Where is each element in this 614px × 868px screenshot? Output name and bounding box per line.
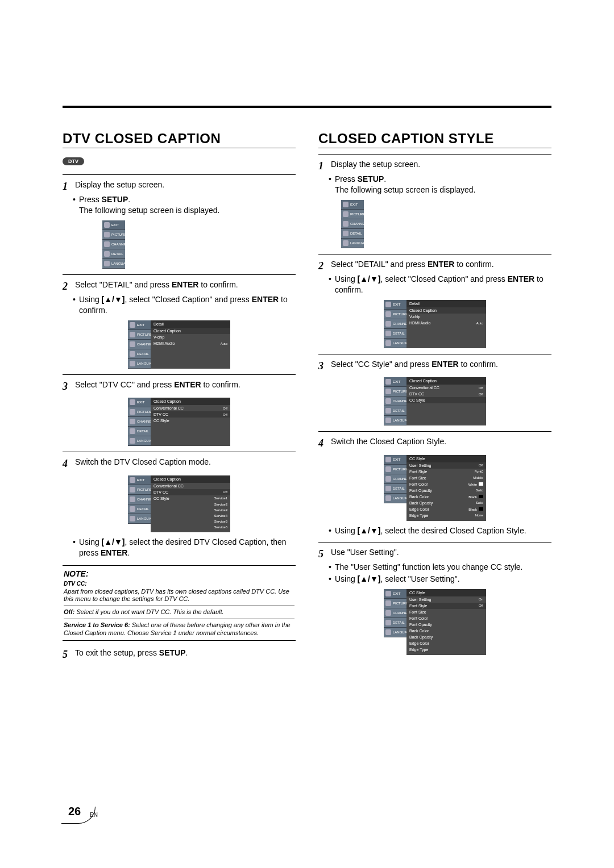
divider — [318, 354, 551, 354]
step2-text-b: to confirm. — [198, 280, 238, 289]
osd-row: DTV CCOff — [151, 411, 230, 418]
step2-text: Select "DETAIL" and press — [75, 280, 172, 289]
step3-text-b: to confirm. — [201, 380, 240, 389]
language-code: EN — [90, 812, 98, 818]
press-label: Press — [79, 195, 102, 204]
osd-channel: CHANNEL — [102, 240, 125, 249]
step-2: 2 Select "DETAIL" and press ENTER to con… — [63, 279, 296, 293]
osd-row: V-chip — [406, 314, 486, 320]
osd-detail-panel: EXIT PICTURE CHANNEL DETAIL LANGUAGE Det… — [384, 300, 486, 348]
osd-row: DTV CCOff — [406, 391, 486, 397]
divider — [63, 274, 296, 275]
osd-row: Font Color — [406, 615, 486, 621]
osd-row: Edge Type — [406, 646, 486, 653]
osd-language: LANGUAGE — [102, 259, 125, 269]
step-number: 5 — [63, 648, 72, 661]
step2-bullet: Using [▲/▼], select "Closed Caption" and… — [73, 294, 296, 316]
osd-row: Edge Color — [406, 640, 486, 646]
osd-row: CC StyleService1 — [151, 495, 230, 502]
step-1: 1 Display the setup screen. — [318, 159, 551, 173]
osd-sidebar-only: EXIT PICTURE CHANNEL DETAIL LANGUAGE — [341, 200, 367, 248]
white-swatch — [479, 482, 483, 486]
r-step4-bullet: Using [▲/▼], select the desired Closed C… — [329, 525, 551, 536]
divider — [318, 431, 551, 432]
black-swatch — [479, 495, 483, 498]
step4-bullet: Using [▲/▼], select the desired DTV Clos… — [73, 537, 296, 558]
osd-row: Edge TypeNone — [406, 512, 486, 519]
step-3: 3 Select "DTV CC" and press ENTER to con… — [63, 379, 296, 393]
picture-icon — [104, 232, 110, 237]
osd-header: Closed Caption — [151, 398, 230, 405]
step-5: 5 To exit the setup, press SETUP. — [63, 648, 296, 661]
osd-usersetting-panel: EXIT PICTURE CHANNEL DETAIL LANGUAGE CC … — [384, 589, 486, 655]
setup-key: SETUP — [102, 195, 128, 204]
divider — [318, 254, 551, 254]
step-number: 4 — [63, 457, 72, 470]
osd-row: Back ColorBlack — [406, 494, 486, 500]
osd-row: Closed Caption — [406, 307, 486, 314]
note-box: NOTE: DTV CC: Apart from closed captions… — [63, 565, 296, 641]
step-number: 3 — [318, 359, 327, 373]
enter-key: ENTER — [172, 280, 198, 289]
step-number: 2 — [63, 279, 72, 293]
section-title-cc-style: CLOSED CAPTION STYLE — [318, 131, 551, 148]
step-number: 1 — [63, 180, 72, 193]
section-title-dtv-cc: DTV CLOSED CAPTION — [63, 131, 296, 148]
step-number: 5 — [318, 547, 327, 561]
divider — [63, 374, 296, 375]
r-step2-bullet: Using [▲/▼], select "Closed Caption" and… — [329, 274, 551, 295]
osd-row: Font StyleOff — [406, 603, 486, 609]
step5-text: To exit the setup, press — [75, 648, 159, 657]
osd-row: Service3 — [151, 507, 230, 513]
exit-icon — [104, 222, 110, 228]
osd-row: Font Size — [406, 609, 486, 615]
cc-label: , select "Closed Caption" and press — [125, 295, 252, 304]
osd-cc-panel: EXIT PICTURE CHANNEL DETAIL LANGUAGE Clo… — [384, 377, 486, 425]
divider — [318, 542, 551, 542]
step-3: 3 Select "CC Style" and press ENTER to c… — [318, 359, 551, 373]
osd-row: Service5 — [151, 519, 230, 524]
divider — [63, 174, 296, 175]
left-column: DTV CLOSED CAPTION DTV 1 Display the set… — [63, 131, 296, 662]
osd-ccstyle-panel: EXIT PICTURE CHANNEL DETAIL LANGUAGE CC … — [384, 455, 486, 521]
r-step1-bullet: Press SETUP. The following setup screen … — [329, 174, 551, 195]
enter-key: ENTER — [174, 380, 201, 389]
osd-row: Back OpacitySolid — [406, 500, 486, 506]
osd-row: Back Opacity — [406, 634, 486, 640]
osd-row: Conventional CC — [151, 483, 230, 489]
step-2: 2 Select "DETAIL" and press ENTER to con… — [318, 259, 551, 273]
detail-icon — [104, 251, 110, 257]
step-number: 2 — [318, 259, 327, 273]
osd-row: Font StyleFont0 — [406, 469, 486, 475]
page-number: 26 — [68, 805, 81, 818]
osd-row: Font SizeMiddle — [406, 475, 486, 481]
r-step5-bullet2: Using [▲/▼], select "User Setting". — [329, 574, 551, 585]
osd-row: HDMI AudioAuto — [406, 320, 486, 326]
osd-sidebar-only: EXIT PICTURE CHANNEL DETAIL LANGUAGE — [102, 220, 128, 269]
osd-row: Service6 — [151, 524, 230, 530]
osd-row: Conventional CCOff — [406, 385, 486, 391]
osd-header: Detail — [151, 320, 230, 328]
step5-text-b: . — [186, 648, 188, 657]
channel-icon — [104, 241, 110, 247]
step-4: 4 Switch the DTV Closed Caption mode. — [63, 457, 296, 470]
manual-page: DTV CLOSED CAPTION DTV 1 Display the set… — [63, 106, 551, 662]
osd-row: Closed Caption — [151, 328, 230, 334]
osd-row: Service2 — [151, 502, 230, 507]
osd-row: CC Style — [406, 397, 486, 403]
osd-row: Service4 — [151, 513, 230, 519]
step-number: 3 — [63, 379, 72, 393]
osd-row: Edge ColorBlack — [406, 506, 486, 512]
osd-detail: DETAIL — [102, 249, 125, 259]
divider — [318, 154, 551, 155]
osd-exit: EXIT — [102, 220, 125, 230]
right-column: CLOSED CAPTION STYLE 1 Display the setup… — [318, 131, 551, 662]
osd-header: Closed Caption — [151, 475, 230, 483]
divider — [63, 452, 296, 452]
osd-row: Back Color — [406, 628, 486, 634]
step1-text: Display the setup screen. — [75, 180, 164, 189]
osd-row: Font ColorWhite — [406, 481, 486, 487]
osd-row: User SettingOn — [406, 596, 486, 603]
step-4: 4 Switch the Closed Caption Style. — [318, 436, 551, 450]
r-step1-text: Display the setup screen. — [331, 160, 420, 169]
